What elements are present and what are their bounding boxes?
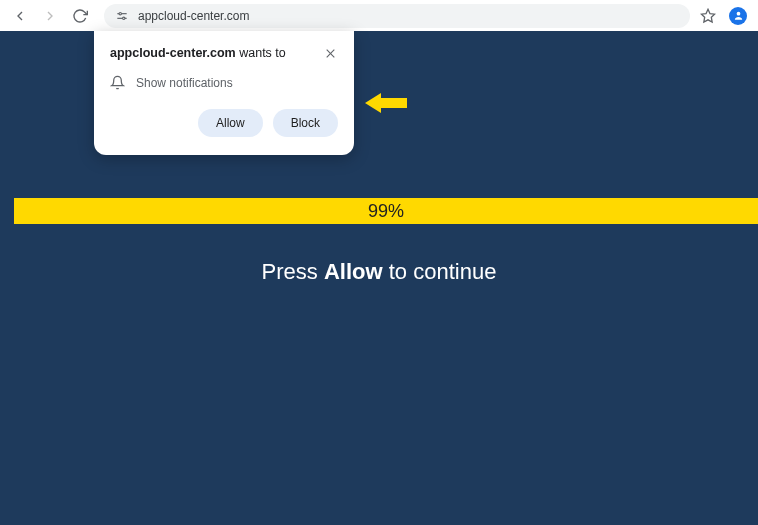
popup-title: appcloud-center.com wants to — [110, 46, 286, 60]
arrow-left-solid-icon — [365, 91, 407, 115]
popup-domain: appcloud-center.com — [110, 46, 236, 60]
url-text: appcloud-center.com — [138, 9, 249, 23]
svg-point-3 — [123, 17, 125, 19]
instruction-bold: Allow — [324, 259, 383, 284]
popup-header: appcloud-center.com wants to — [110, 45, 338, 61]
back-button[interactable] — [8, 4, 32, 28]
allow-button[interactable]: Allow — [198, 109, 263, 137]
svg-point-5 — [736, 12, 740, 16]
instruction-prefix: Press — [262, 259, 324, 284]
progress-text: 99% — [368, 201, 404, 222]
avatar — [729, 7, 747, 25]
site-settings-icon[interactable] — [114, 9, 130, 23]
page-viewport: appcloud-center.com wants to Show notifi… — [0, 31, 758, 525]
svg-marker-8 — [365, 93, 407, 113]
svg-marker-4 — [701, 9, 714, 22]
profile-button[interactable] — [726, 4, 750, 28]
progress-bar: 99% — [14, 198, 758, 224]
arrow-right-icon — [42, 8, 58, 24]
popup-wants-to: wants to — [236, 46, 286, 60]
block-button[interactable]: Block — [273, 109, 338, 137]
address-bar[interactable]: appcloud-center.com — [104, 4, 690, 28]
popup-actions: Allow Block — [110, 109, 338, 137]
close-button[interactable] — [322, 45, 338, 61]
instruction-suffix: to continue — [383, 259, 497, 284]
notification-permission-popup: appcloud-center.com wants to Show notifi… — [94, 31, 354, 155]
person-icon — [733, 10, 744, 21]
forward-button[interactable] — [38, 4, 62, 28]
bell-icon — [110, 75, 126, 91]
arrow-left-icon — [12, 8, 28, 24]
close-icon — [324, 47, 337, 60]
star-icon — [700, 8, 716, 24]
reload-icon — [72, 8, 88, 24]
reload-button[interactable] — [68, 4, 92, 28]
permission-label: Show notifications — [136, 76, 233, 90]
instruction-text: Press Allow to continue — [0, 259, 758, 285]
browser-toolbar: appcloud-center.com — [0, 0, 758, 31]
popup-body: Show notifications — [110, 75, 338, 91]
bookmark-button[interactable] — [696, 4, 720, 28]
pointer-arrow — [365, 91, 407, 115]
svg-point-2 — [119, 12, 121, 14]
